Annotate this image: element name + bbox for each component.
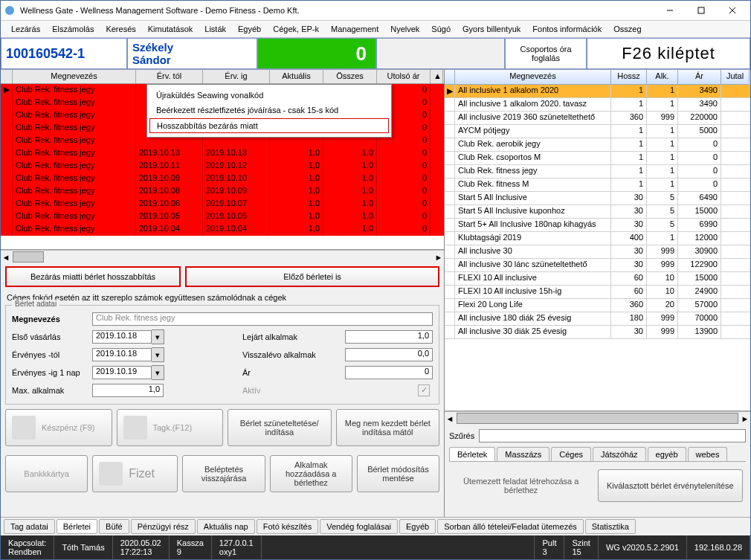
bottom-tab[interactable]: Sorban álló tételei/Feladat ütemezés	[437, 519, 584, 534]
bottom-tab[interactable]: Statisztika	[585, 519, 636, 534]
list-item[interactable]: Start 5+ All Inclusive 180nap kihagyás30…	[445, 219, 750, 232]
tab-bérletek[interactable]: Bérletek	[449, 447, 495, 461]
list-item[interactable]: Flexi 20 Long Life3602057000	[445, 299, 750, 312]
right-col-header[interactable]: Alk.	[647, 70, 678, 85]
list-item[interactable]: FLEXI 10 All inclusive 15h-ig601024900	[445, 286, 750, 299]
bottom-tab[interactable]: Aktuális nap	[197, 519, 255, 534]
pause-pass-button[interactable]: Bérlet szüneteltetése/ indítása	[228, 409, 332, 446]
right-col-header[interactable]: Hossz	[611, 70, 647, 85]
bottom-tab[interactable]: Tag adatai	[4, 519, 55, 534]
valid-to-dropdown[interactable]: ▾	[152, 365, 164, 380]
price-field[interactable]: 0	[345, 366, 433, 379]
list-item[interactable]: All inclusive 303099930900	[445, 245, 750, 259]
valid-to-field[interactable]: 2019.10.19	[92, 366, 152, 379]
invalidate-pass-button[interactable]: Kiválasztott bérlet érvénytelenítése	[598, 469, 744, 502]
left-scroll-up[interactable]: ▲	[431, 70, 443, 83]
expired-field[interactable]: 1,0	[345, 330, 433, 344]
bottom-tab[interactable]: Bérletei	[57, 519, 97, 534]
save-modification-button[interactable]: Bérlet módosítás mentése	[357, 455, 439, 492]
valid-from-dropdown[interactable]: ▾	[152, 347, 164, 362]
pay-button[interactable]: Fizet	[92, 455, 178, 492]
first-purchase-field[interactable]: 2019.10.18	[92, 330, 152, 344]
list-item[interactable]: Start 5 All Inclusive kuponhoz30515000	[445, 205, 750, 219]
right-col-header[interactable]: Ár	[678, 70, 721, 85]
filter-input[interactable]	[479, 429, 746, 442]
menu-nyelvek[interactable]: Nyelvek	[384, 23, 425, 35]
minimize-button[interactable]	[655, 2, 685, 19]
tab-webes[interactable]: webes	[688, 447, 728, 461]
extend-closure-button[interactable]: Bezárás miatti bérlet hosszabbítás	[5, 266, 181, 287]
list-item[interactable]: ▶All inclusive 1 alkalom 2020113490	[445, 85, 750, 98]
table-row[interactable]: Club Rek. fitness jegy2019.10.042019.10.…	[1, 223, 444, 236]
ctx-resend-barcode[interactable]: Újraküldés Seawing vonalkód	[147, 88, 391, 103]
bottom-tab[interactable]: Büfé	[99, 519, 129, 534]
left-col-header[interactable]: Utolsó ár	[377, 70, 431, 83]
close-button[interactable]	[718, 2, 747, 19]
list-item[interactable]: Klubtagsági 2019400112000	[445, 232, 750, 245]
list-item[interactable]: FLEXI 10 All inclusive601015000	[445, 272, 750, 286]
membercard-button[interactable]: Tagk.(F12)	[117, 409, 224, 446]
left-col-header[interactable]: Összes	[323, 70, 377, 83]
logout-button[interactable]: F26 kiléptet	[587, 38, 750, 69]
menu-osszeg[interactable]: Osszeg	[607, 23, 647, 35]
schedule-task-link[interactable]: Ütemezett feladat létrehozása a bérlethe…	[452, 477, 590, 495]
list-item[interactable]: Start 5 All Inclusive3056490	[445, 192, 750, 205]
list-item[interactable]: All inclusive 180 diák 25 évesig18099970…	[445, 312, 750, 326]
previous-passes-button[interactable]: Előző bérletei is	[185, 266, 439, 287]
table-row[interactable]: Club Rek. fitness jegy2019.10.082019.10.…	[1, 185, 444, 198]
group-booking-button[interactable]: Csoportos óra foglalás	[505, 38, 587, 69]
ctx-installment-credit[interactable]: Beérkezett részletfizetés jóváírása - cs…	[147, 103, 391, 118]
list-item[interactable]: Club Rek. fitness jegy110	[445, 165, 750, 178]
menu-elsz-mol-s[interactable]: Elszámolás	[46, 23, 100, 35]
left-hscrollbar[interactable]: ◄ ►	[1, 250, 444, 263]
table-row[interactable]: Club Rek. fitness jegy2019.10.112019.10.…	[1, 160, 444, 173]
right-col-header[interactable]: Megnevezés	[455, 70, 611, 85]
active-checkbox[interactable]: ✓	[418, 384, 430, 396]
bottom-tab[interactable]: Vendég foglalásai	[320, 519, 398, 534]
right-grid[interactable]: ▶All inclusive 1 alkalom 2020113490All i…	[445, 85, 750, 411]
menu-c-gek-ep-k[interactable]: Cégek, EP-k	[267, 23, 325, 35]
first-purchase-dropdown[interactable]: ▾	[152, 329, 164, 344]
cash-button[interactable]: Készpénz (F9)	[5, 409, 112, 446]
table-row[interactable]: Club Rek. fitness jegy2019.10.132019.10.…	[1, 147, 444, 160]
bottom-tab[interactable]: Egyéb	[399, 519, 436, 534]
ctx-extend-closure[interactable]: Hosszabbítás bezárás miatt	[149, 118, 389, 133]
list-item[interactable]: All inclusive 30 diák 25 évesig309991390…	[445, 326, 750, 339]
menu-fontos-inform-ci-k[interactable]: Fontos információk	[526, 23, 607, 35]
menu-list-k[interactable]: Listák	[199, 23, 232, 35]
tab-egyéb[interactable]: egyéb	[648, 447, 686, 461]
table-row[interactable]: Club Rek. fitness jegy2019.10.052019.10.…	[1, 210, 444, 223]
right-hscrollbar[interactable]: ◄►	[445, 411, 750, 425]
tab-masszázs[interactable]: Masszázs	[497, 447, 549, 461]
start-unused-button[interactable]: Meg nem kezdett bérlet indítása mától	[336, 409, 440, 446]
list-item[interactable]: AYCM pótjegy115000	[445, 125, 750, 138]
list-item[interactable]: Club Rek. aerobik jegy110	[445, 138, 750, 152]
left-col-header[interactable]: Érv. ig	[203, 70, 270, 83]
menu-gyors-billentyuk[interactable]: Gyors billentyuk	[457, 23, 526, 35]
list-item[interactable]: Club Rek. fitness M110	[445, 178, 750, 192]
tab-játszóház[interactable]: Játszóház	[593, 447, 646, 461]
max-occasions-field[interactable]: 1,0	[92, 384, 164, 397]
add-occasions-button[interactable]: Alkalmak hozzáadása a bérlethez	[270, 455, 352, 492]
left-col-header[interactable]: Aktuális	[270, 70, 323, 83]
left-col-header[interactable]	[1, 70, 13, 83]
menu-egy-b[interactable]: Egyéb	[232, 23, 267, 35]
valid-from-field[interactable]: 2019.10.18	[92, 348, 152, 361]
list-item[interactable]: All inclusive 2019 360 szüneteltethető36…	[445, 112, 750, 125]
right-col-header[interactable]: Jutal	[721, 70, 750, 85]
menu-management[interactable]: Management	[325, 23, 384, 35]
checkin-refund-button[interactable]: Beléptetés visszajárása	[182, 455, 265, 492]
name-field[interactable]: Club Rek. fitness jegy	[92, 312, 433, 326]
list-item[interactable]: All inclusive 1 alkalom 2020. tavasz1134…	[445, 98, 750, 112]
menu-s-g-[interactable]: Súgó	[425, 23, 457, 35]
table-row[interactable]: Club Rek. fitness jegy2019.10.062019.10.…	[1, 198, 444, 210]
list-item[interactable]: All inclusive 30 lánc szüneteltethető309…	[445, 259, 750, 272]
table-row[interactable]: Club Rek. fitness jegy2019.10.092019.10.…	[1, 173, 444, 185]
remaining-field[interactable]: 0,0	[345, 348, 433, 361]
menu-keres-s[interactable]: Keresés	[100, 23, 141, 35]
tab-céges[interactable]: Céges	[551, 447, 591, 461]
menu-kimutat-sok[interactable]: Kimutatások	[142, 23, 199, 35]
maximize-button[interactable]	[686, 2, 716, 19]
left-col-header[interactable]: Érv. tól	[136, 70, 203, 83]
bankcard-button[interactable]: Bankkkártya	[5, 455, 88, 492]
